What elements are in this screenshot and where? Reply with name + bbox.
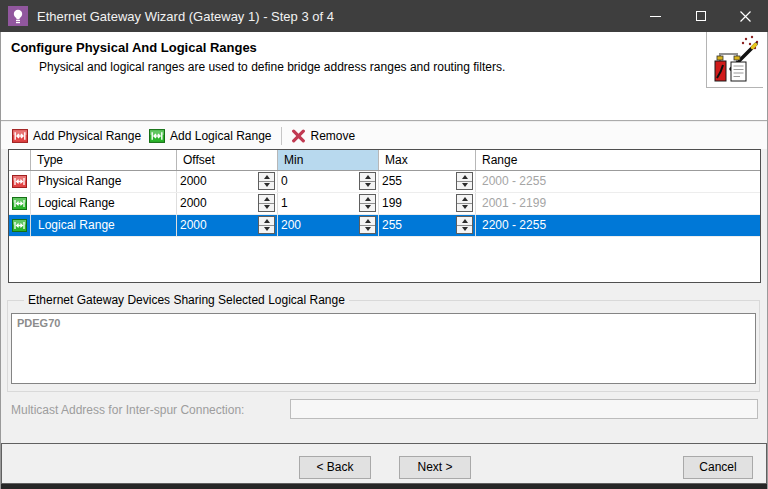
offset-value: 2000 (180, 218, 207, 232)
max-cell[interactable]: 199 (379, 193, 476, 214)
spin-up-icon[interactable] (360, 217, 375, 226)
min-cell[interactable]: 1 (278, 193, 379, 214)
column-header-icon (9, 150, 31, 170)
toolbar-separator (281, 127, 282, 145)
offset-value: 2000 (180, 196, 207, 210)
spin-up-icon[interactable] (259, 217, 274, 226)
ranges-table: Type Offset Min Max Range Phy (8, 149, 761, 283)
max-spinner[interactable] (456, 194, 473, 212)
logical-range-icon (9, 215, 31, 236)
max-spinner[interactable] (456, 172, 473, 190)
minimize-icon (650, 16, 661, 17)
min-value: 0 (281, 174, 288, 188)
column-header-offset[interactable]: Offset (177, 150, 278, 170)
devices-groupbox-title: Ethernet Gateway Devices Sharing Selecte… (24, 293, 349, 307)
spin-up-icon[interactable] (259, 173, 274, 182)
offset-value: 2000 (180, 174, 207, 188)
next-button[interactable]: Next > (399, 456, 471, 479)
multicast-address-field (290, 399, 758, 419)
table-row-logical-1[interactable]: Logical Range 2000 1 199 2001 - 2199 (9, 193, 760, 215)
logical-range-icon (9, 193, 31, 214)
column-header-max[interactable]: Max (379, 150, 476, 170)
type-cell: Logical Range (31, 215, 177, 236)
offset-cell[interactable]: 2000 (177, 171, 278, 192)
table-row-physical[interactable]: Physical Range 2000 0 255 2000 - 2255 (9, 171, 760, 193)
type-cell: Logical Range (31, 193, 177, 214)
offset-cell[interactable]: 2000 (177, 193, 278, 214)
window-bottom-edge (1, 484, 767, 489)
spin-down-icon[interactable] (360, 182, 375, 190)
add-logical-range-label: Add Logical Range (170, 129, 271, 143)
spin-up-icon[interactable] (360, 195, 375, 204)
add-logical-range-button[interactable]: Add Logical Range (145, 126, 275, 146)
spin-down-icon[interactable] (360, 204, 375, 212)
lightbulb-icon (8, 6, 28, 26)
spin-up-icon[interactable] (457, 173, 472, 182)
spin-down-icon[interactable] (457, 182, 472, 190)
maximize-icon (696, 11, 706, 21)
range-cell: 2001 - 2199 (476, 193, 760, 214)
cancel-button[interactable]: Cancel (683, 456, 753, 479)
add-physical-range-button[interactable]: Add Physical Range (8, 126, 145, 146)
column-header-min[interactable]: Min (278, 150, 379, 170)
devices-groupbox: Ethernet Gateway Devices Sharing Selecte… (7, 300, 760, 392)
wizard-window: Ethernet Gateway Wizard (Gateway 1) - St… (0, 0, 768, 489)
offset-spinner[interactable] (258, 172, 275, 190)
close-icon (740, 11, 751, 22)
offset-cell[interactable]: 2000 (177, 215, 278, 236)
physical-range-icon (9, 171, 31, 192)
wizard-header: Configure Physical And Logical Ranges Ph… (1, 32, 767, 121)
spin-down-icon[interactable] (259, 226, 274, 234)
min-spinner[interactable] (359, 194, 376, 212)
max-cell[interactable]: 255 (379, 215, 476, 236)
minimize-button[interactable] (633, 0, 678, 32)
remove-button[interactable]: Remove (287, 126, 360, 146)
content-area: Type Offset Min Max Range Phy (1, 149, 767, 443)
column-header-range[interactable]: Range (476, 150, 760, 170)
physical-range-icon (12, 129, 28, 143)
footer-panel: < Back Next > Cancel (1, 443, 767, 484)
range-cell: 2200 - 2255 (476, 215, 760, 236)
spin-down-icon[interactable] (457, 226, 472, 234)
close-button[interactable] (723, 0, 768, 32)
spin-down-icon[interactable] (259, 204, 274, 212)
type-cell: Physical Range (31, 171, 177, 192)
range-cell: 2000 - 2255 (476, 171, 760, 192)
titlebar: Ethernet Gateway Wizard (Gateway 1) - St… (0, 0, 768, 32)
window-title: Ethernet Gateway Wizard (Gateway 1) - St… (37, 9, 334, 24)
min-spinner[interactable] (359, 216, 376, 234)
column-header-type[interactable]: Type (31, 150, 177, 170)
add-physical-range-label: Add Physical Range (33, 129, 141, 143)
max-value: 255 (382, 218, 402, 232)
multicast-address-label: Multicast Address for Inter-spur Connect… (11, 403, 244, 417)
table-header-row: Type Offset Min Max Range (9, 150, 760, 171)
offset-spinner[interactable] (258, 216, 275, 234)
spin-up-icon[interactable] (457, 195, 472, 204)
offset-spinner[interactable] (258, 194, 275, 212)
devices-listbox[interactable]: PDEG70 (11, 313, 756, 384)
max-value: 255 (382, 174, 402, 188)
spin-up-icon[interactable] (360, 173, 375, 182)
spin-up-icon[interactable] (259, 195, 274, 204)
min-cell[interactable]: 0 (278, 171, 379, 192)
window-body: Configure Physical And Logical Ranges Ph… (0, 32, 768, 489)
max-spinner[interactable] (456, 216, 473, 234)
table-row-logical-2-selected[interactable]: Logical Range 2000 200 255 2200 - 2255 (9, 215, 760, 237)
toolbar: Add Physical Range Add Logical Range Rem… (1, 122, 767, 149)
page-title: Configure Physical And Logical Ranges (11, 40, 257, 55)
wizard-wand-icon (706, 32, 763, 88)
logical-range-icon (149, 129, 165, 143)
spin-down-icon[interactable] (259, 182, 274, 190)
spin-down-icon[interactable] (360, 226, 375, 234)
page-subtitle: Physical and logical ranges are used to … (39, 60, 505, 74)
min-cell[interactable]: 200 (278, 215, 379, 236)
maximize-button[interactable] (678, 0, 723, 32)
remove-x-icon (291, 129, 306, 143)
spin-up-icon[interactable] (457, 217, 472, 226)
spin-down-icon[interactable] (457, 204, 472, 212)
max-value: 199 (382, 196, 402, 210)
min-value: 200 (281, 218, 301, 232)
back-button[interactable]: < Back (299, 456, 371, 479)
min-spinner[interactable] (359, 172, 376, 190)
max-cell[interactable]: 255 (379, 171, 476, 192)
